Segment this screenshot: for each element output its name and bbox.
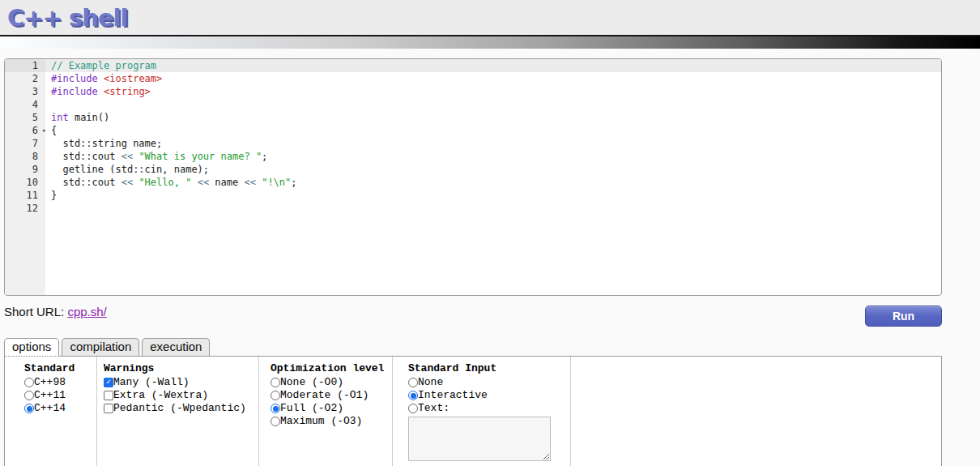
- option-row: None (-O0): [271, 376, 392, 389]
- code-line[interactable]: 1 // Example program: [5, 59, 941, 72]
- line-number: 1: [32, 60, 38, 71]
- option-group-items: None (-O0)Moderate (-O1)Full (-O2)Maximu…: [271, 376, 392, 428]
- run-button[interactable]: Run: [865, 306, 942, 327]
- tab-compilation[interactable]: compilation: [62, 338, 139, 356]
- option-group: Optimization level None (-O0)Moderate (-…: [259, 357, 393, 466]
- radio-c++11[interactable]: [24, 391, 34, 400]
- line-number: 7: [32, 138, 38, 149]
- option-group: Standard Input NoneInteractiveText:: [393, 357, 571, 466]
- option-row: Maximum (-O3): [271, 415, 392, 428]
- code-token: // Example program: [51, 60, 156, 71]
- code-token: <string>: [104, 86, 151, 97]
- checkbox-extra-wextra[interactable]: [104, 391, 113, 400]
- line-number: 3: [32, 86, 38, 97]
- option-group: Warnings Many (-Wall)Extra (-Wextra)Peda…: [97, 357, 259, 466]
- tab-options[interactable]: options: [4, 338, 59, 357]
- option-group-items: Many (-Wall)Extra (-Wextra)Pedantic (-Wp…: [104, 376, 258, 415]
- option-row: Interactive: [408, 389, 570, 402]
- code-token: <<: [121, 151, 133, 162]
- code-token: <<: [198, 177, 209, 188]
- checkbox-many-wall[interactable]: [104, 378, 113, 387]
- code-line-text: #include <string>: [45, 85, 941, 98]
- radio-text[interactable]: [408, 404, 418, 413]
- option-row: Many (-Wall): [104, 376, 258, 389]
- code-line[interactable]: 5 int main(): [5, 111, 941, 124]
- code-line[interactable]: 3 #include <string>: [5, 85, 941, 98]
- fold-arrow-icon[interactable]: ▾: [42, 124, 46, 137]
- code-line[interactable]: 7 std::string name;: [5, 137, 941, 150]
- radio-moderate-o1[interactable]: [271, 391, 280, 400]
- short-url-link[interactable]: cpp.sh/: [67, 305, 106, 319]
- checkbox-pedantic-wpedantic[interactable]: [104, 404, 113, 413]
- option-group: Standard C++98C++11C++14: [5, 357, 97, 466]
- code-token: [191, 177, 197, 188]
- option-group-title: Optimization level: [271, 362, 392, 374]
- header-gradient-bar: [0, 36, 980, 49]
- code-token: [98, 73, 104, 84]
- radio-c++98[interactable]: [24, 378, 34, 387]
- code-line[interactable]: 10 std::cout << "Hello, " << name << "!\…: [5, 176, 941, 189]
- tab-execution[interactable]: execution: [142, 338, 210, 356]
- radio-none-o0[interactable]: [271, 378, 280, 387]
- short-url-row: Short URL: cpp.sh/ Run: [4, 305, 942, 327]
- code-token: <<: [121, 177, 133, 188]
- code-token: int: [51, 112, 69, 123]
- code-token: {: [51, 125, 57, 136]
- gutter-filler: [5, 215, 45, 295]
- option-label: C++98: [34, 376, 66, 389]
- code-line[interactable]: 2 #include <iostream>: [5, 72, 941, 85]
- option-label: Maximum (-O3): [280, 415, 362, 428]
- option-row: Pedantic (-Wpedantic): [104, 402, 258, 415]
- site-header: C++ shell: [0, 0, 980, 36]
- code-line-text: std::string name;: [45, 137, 941, 150]
- option-row: Text:: [408, 402, 570, 415]
- line-number: 12: [27, 203, 38, 214]
- code-line[interactable]: 8 std::cout << "What is your name? ";: [5, 150, 941, 163]
- line-number-gutter: 2: [5, 72, 45, 85]
- option-label: Full (-O2): [280, 402, 343, 415]
- code-line-text: }: [45, 189, 941, 202]
- option-row: Moderate (-O1): [271, 389, 392, 402]
- option-label: Moderate (-O1): [280, 389, 369, 402]
- site-logo: C++ shell: [7, 4, 127, 32]
- radio-maximum-o3[interactable]: [271, 417, 280, 426]
- editor-lines: 1 // Example program 2 #include <iostrea…: [5, 59, 941, 215]
- option-row: Extra (-Wextra): [104, 389, 258, 402]
- code-line-text: std::cout << "What is your name? ";: [45, 150, 941, 163]
- line-number-gutter: 8: [5, 150, 45, 163]
- option-row: None: [408, 376, 570, 389]
- option-group-title: Standard: [24, 362, 96, 374]
- code-line[interactable]: 4: [5, 98, 941, 111]
- option-label: Text:: [418, 402, 450, 415]
- code-token: "What is your name? ": [138, 151, 262, 162]
- code-line[interactable]: 12: [5, 202, 941, 215]
- code-line[interactable]: 6▾ {: [5, 124, 941, 137]
- code-line-text: // Example program: [45, 59, 941, 72]
- code-line-text: {: [45, 124, 941, 137]
- radio-full-o2[interactable]: [271, 404, 280, 413]
- code-line[interactable]: 11 }: [5, 189, 941, 202]
- option-row: C++14: [24, 402, 96, 415]
- radio-none[interactable]: [408, 378, 418, 387]
- code-token: "Hello, ": [138, 177, 191, 188]
- main-content: 1 // Example program 2 #include <iostrea…: [4, 58, 942, 466]
- tab-bar: optionscompilationexecution: [4, 338, 942, 356]
- code-token: main(): [69, 112, 110, 123]
- option-label: Many (-Wall): [113, 376, 190, 389]
- line-number: 11: [27, 190, 38, 201]
- code-editor[interactable]: 1 // Example program 2 #include <iostrea…: [4, 58, 942, 296]
- line-number: 5: [32, 112, 38, 123]
- line-number-gutter: 5: [5, 111, 45, 124]
- option-label: C++11: [34, 389, 66, 402]
- radio-c++14[interactable]: [24, 404, 34, 413]
- radio-interactive[interactable]: [408, 391, 418, 400]
- code-token: <<: [244, 177, 255, 188]
- code-token: ;: [291, 177, 296, 188]
- short-url-label: Short URL:: [4, 305, 64, 319]
- option-group-items: NoneInteractiveText:: [408, 376, 570, 461]
- option-group-items: C++98C++11C++14: [24, 376, 96, 415]
- stdin-textarea[interactable]: [408, 417, 551, 461]
- line-number-gutter: 9: [5, 163, 45, 176]
- code-line[interactable]: 9 getline (std::cin, name);: [5, 163, 941, 176]
- line-number: 10: [27, 177, 38, 188]
